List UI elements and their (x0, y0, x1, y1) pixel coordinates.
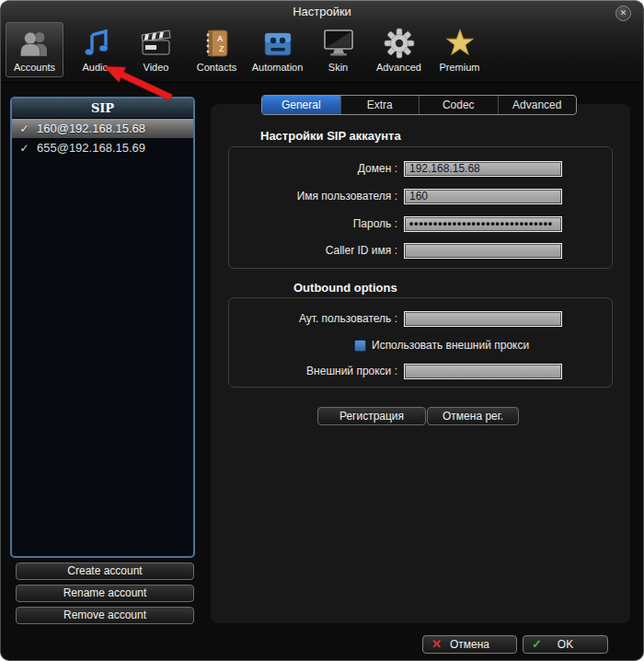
audio-note-icon (80, 26, 111, 61)
domain-field[interactable] (404, 161, 562, 177)
close-icon: ✕ (620, 8, 627, 17)
advanced-gear-icon (384, 26, 415, 61)
use-external-proxy-label: Использовать внешний прокси (372, 339, 529, 352)
toolbar-item-label: Skin (328, 62, 348, 73)
toolbar: Accounts Audio (6, 22, 489, 77)
toolbar-item-label: Audio (82, 62, 108, 73)
external-proxy-field[interactable] (404, 364, 562, 379)
toolbar-item-label: Video (144, 62, 169, 73)
window-title: Настройки (1, 5, 643, 18)
outbound-options-heading: Outbound options (293, 281, 397, 295)
cancel-button-label: Отмена (450, 638, 489, 651)
account-actions: Create account Rename account Remove acc… (16, 562, 194, 624)
create-account-button[interactable]: Create account (16, 562, 194, 580)
title-bar: Настройки ✕ Accounts (1, 1, 643, 83)
toolbar-item-label: Contacts (197, 62, 236, 73)
premium-star-icon (443, 26, 477, 61)
unregister-button[interactable]: Отмена рег. (427, 407, 519, 425)
skin-monitor-icon (322, 26, 355, 61)
tab-general[interactable]: General (262, 96, 340, 114)
ok-button[interactable]: ✓ OK (523, 635, 608, 654)
sip-accounts-panel: SIP ✓ 160@192.168.15.68 ✓ 655@192.168.15… (10, 97, 195, 558)
account-label: 160@192.168.15.68 (37, 122, 145, 135)
accounts-people-icon (18, 26, 52, 61)
caller-id-label: Caller ID имя : (229, 244, 404, 257)
close-button[interactable]: ✕ (615, 6, 631, 21)
sip-settings-heading: Настройки SIP аккаунта (260, 129, 401, 143)
cancel-button[interactable]: ✕ Отмена (422, 635, 517, 654)
contacts-letter-a: A (217, 34, 224, 43)
username-field[interactable] (404, 189, 562, 204)
external-proxy-label: Внешний прокси : (229, 365, 404, 377)
toolbar-item-label: Advanced (376, 62, 421, 73)
caller-id-field[interactable] (404, 243, 562, 259)
settings-tabs: General Extra Codec Advanced (261, 95, 577, 115)
tab-codec[interactable]: Codec (419, 96, 498, 114)
contacts-book-icon: A Z (203, 26, 231, 61)
video-clapperboard-icon (140, 26, 173, 61)
automation-robot-icon (262, 26, 293, 61)
toolbar-item-label: Premium (439, 62, 479, 73)
toolbar-item-label: Accounts (14, 62, 55, 73)
toolbar-item-automation[interactable]: Automation (248, 22, 306, 77)
registered-check-icon: ✓ (12, 122, 37, 135)
register-button[interactable]: Регистрация (317, 407, 426, 425)
password-label: Пароль : (229, 217, 404, 230)
use-external-proxy-checkbox[interactable] (354, 340, 366, 352)
cancel-x-icon: ✕ (431, 636, 442, 653)
toolbar-item-audio[interactable]: Audio (66, 22, 124, 77)
toolbar-item-skin[interactable]: Skin (309, 22, 367, 77)
toolbar-item-advanced[interactable]: Advanced (370, 22, 428, 77)
ok-check-icon: ✓ (532, 636, 542, 653)
sip-settings-groupbox: Домен : Имя пользователя : Пароль : Call… (228, 146, 613, 269)
tab-advanced[interactable]: Advanced (498, 96, 577, 114)
domain-label: Домен : (229, 162, 404, 175)
account-row[interactable]: ✓ 160@192.168.15.68 (12, 119, 193, 138)
tab-extra[interactable]: Extra (340, 96, 420, 114)
password-field[interactable] (404, 216, 562, 232)
account-row[interactable]: ✓ 655@192.168.15.69 (12, 138, 193, 157)
remove-account-button[interactable]: Remove account (16, 607, 194, 624)
username-label: Имя пользователя : (229, 190, 404, 203)
auth-user-label: Аут. пользователь : (229, 312, 404, 325)
sip-panel-header: SIP (12, 99, 193, 119)
registered-check-icon: ✓ (12, 142, 37, 155)
rename-account-button[interactable]: Rename account (16, 585, 194, 602)
toolbar-item-accounts[interactable]: Accounts (6, 22, 63, 77)
contacts-letter-z: Z (219, 44, 224, 53)
toolbar-item-video[interactable]: Video (127, 22, 185, 77)
auth-user-field[interactable] (404, 311, 562, 327)
toolbar-item-label: Automation (252, 62, 304, 73)
outbound-options-groupbox: Аут. пользователь : Использовать внешний… (228, 297, 613, 388)
ok-button-label: OK (558, 638, 573, 651)
toolbar-item-premium[interactable]: Premium (431, 22, 489, 77)
toolbar-item-contacts[interactable]: A Z Contacts (188, 22, 246, 77)
settings-dialog: Настройки ✕ Accounts (0, 0, 644, 661)
account-label: 655@192.168.15.69 (37, 141, 145, 155)
